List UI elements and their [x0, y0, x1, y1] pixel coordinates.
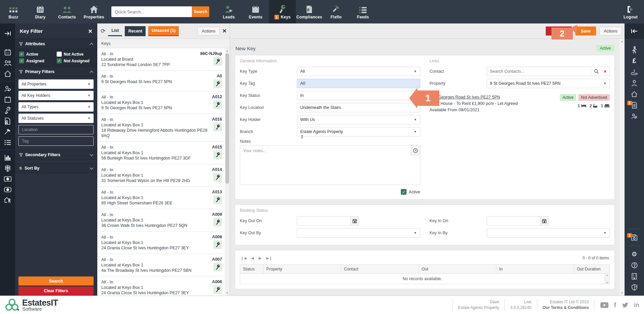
nav-buzz[interactable]: Buzz — [0, 0, 27, 23]
facebook-icon[interactable]: f — [614, 301, 616, 309]
timestamp-clock-icon[interactable] — [411, 145, 421, 155]
nav-properties[interactable]: Properties — [80, 0, 107, 23]
calendar-picker-icon[interactable] — [351, 216, 359, 226]
lead-person-tag-icon[interactable] — [625, 111, 644, 122]
save-record-icon[interactable]: 1 — [625, 232, 644, 243]
compliances-rail-icon[interactable] — [0, 116, 15, 126]
history-column-header[interactable]: Status — [240, 265, 264, 274]
quick-search-input[interactable] — [111, 6, 192, 17]
quick-search-button[interactable]: Search — [192, 6, 209, 17]
key-in-by-dropdown[interactable]: ▼ — [487, 228, 610, 238]
offer-hand-icon[interactable] — [625, 66, 644, 77]
nav-keys[interactable]: 1 Keys — [269, 0, 296, 23]
youtube-icon[interactable] — [600, 302, 608, 308]
key-holder-dropdown[interactable]: With Us▼ — [297, 115, 420, 124]
key-location-input[interactable] — [297, 103, 420, 112]
terms-link[interactable]: Our Terms & Conditions — [543, 305, 589, 311]
signpost-icon[interactable] — [0, 163, 15, 174]
checkbox-assigned[interactable]: ✓Assigned — [19, 58, 55, 63]
key-status-dropdown[interactable]: In▼ — [297, 91, 420, 100]
history-column-header[interactable]: Out — [419, 265, 496, 274]
keys-rail-icon[interactable] — [0, 105, 15, 116]
key-list-item[interactable]: All - In Located at Keys Box 1 56 Burlei… — [97, 142, 225, 164]
pagination-prev-icon[interactable]: ◀ — [251, 256, 254, 260]
checkbox-not-active[interactable]: ✓Not Active — [57, 52, 93, 57]
property-home-icon[interactable] — [625, 88, 644, 100]
list-close-icon[interactable]: × — [222, 27, 226, 35]
clear-contact-icon[interactable]: × — [601, 69, 609, 74]
key-list-item[interactable]: All - In Located at Keys Box 1 24 Granta… — [97, 232, 225, 254]
pagination-first-icon[interactable]: ❙◀ — [240, 256, 247, 260]
calendar-picker-icon[interactable] — [540, 216, 548, 226]
reports-chart-icon[interactable] — [0, 152, 15, 163]
checkbox-not-assigned[interactable]: ✓Not Assigned — [57, 58, 93, 63]
nav-diary[interactable]: Diary — [27, 0, 54, 23]
linkedin-icon[interactable]: in — [634, 302, 639, 309]
clear-filters-button[interactable]: Clear Filters — [18, 287, 94, 295]
refresh-icon[interactable]: ⟳ — [101, 27, 105, 35]
diary-rail-icon[interactable] — [0, 47, 15, 58]
tab-unsaved[interactable]: Unsaved (1) — [148, 26, 179, 36]
main-actions-button[interactable]: Actions — [599, 27, 622, 36]
feeds-rail-icon[interactable] — [0, 137, 15, 148]
history-column-header[interactable]: Contact — [341, 265, 419, 274]
table-scrollbar[interactable]: ▲▼ — [604, 274, 609, 284]
history-column-header[interactable]: Property — [264, 265, 341, 274]
scroll-up-icon[interactable]: ▲ — [226, 48, 229, 53]
attributes-section-header[interactable]: Attributes — [15, 39, 97, 49]
history-column-header[interactable]: Out Duration — [574, 265, 609, 274]
tab-list[interactable]: List — [108, 26, 122, 36]
expand-panel-icon[interactable] — [0, 28, 15, 39]
key-list-item[interactable]: All - In Located at Keys Box 1 36 Crown … — [97, 209, 225, 232]
key-list-item[interactable]: All - In Located at Keys Box 1 31 Somers… — [97, 164, 225, 187]
contacts-rail-icon[interactable] — [0, 58, 15, 68]
property-address-link[interactable]: 9 St Georges Road St Ives PE27 5PN — [430, 95, 500, 100]
collapse-panel-icon[interactable] — [625, 23, 644, 39]
nav-feeds[interactable]: Feeds — [350, 0, 376, 23]
leads-rail-icon[interactable] — [0, 83, 15, 94]
nav-compliances[interactable]: Compliances — [296, 0, 323, 23]
filter-location-input[interactable] — [18, 125, 94, 134]
settings-gear-icon[interactable]: ⚙ — [625, 249, 644, 260]
sort-by-section-header[interactable]: ⇅Sort By — [15, 163, 97, 173]
checkbox-active[interactable]: ✓Active — [19, 52, 55, 57]
key-list-item[interactable]: All - In Located at Keys Box 1 18 Rideaw… — [97, 114, 225, 142]
filter-close-icon[interactable]: × — [88, 28, 92, 35]
events-rail-icon[interactable] — [0, 94, 15, 105]
filter-keyholders-dropdown[interactable]: All Key Holders▼ — [18, 91, 94, 100]
primary-filters-section-header[interactable]: Primary Filters — [15, 67, 97, 77]
twitter-icon[interactable] — [622, 302, 629, 308]
key-list-item[interactable]: All - In Located at Keys Box 1 24 Granta… — [97, 276, 225, 296]
key-list-item[interactable]: All - In Located at Keys Box 1 85 High S… — [97, 187, 225, 209]
key-type-dropdown[interactable]: All▼ — [297, 67, 420, 76]
contact-person-icon[interactable] — [625, 77, 644, 88]
sales-money-icon[interactable] — [0, 174, 15, 184]
list-actions-button[interactable]: Actions — [197, 27, 220, 36]
key-out-by-dropdown[interactable]: ▼ — [297, 228, 420, 238]
secondary-filters-section-header[interactable]: Secondary Filters — [15, 150, 97, 160]
filter-statuses-dropdown[interactable]: All Statuses▼ — [18, 114, 94, 123]
key-out-on-input[interactable] — [297, 216, 351, 226]
properties-rail-icon[interactable] — [0, 68, 15, 79]
filter-types-dropdown[interactable]: All Types▼ — [18, 102, 94, 112]
compliance-doc-icon[interactable]: 2 — [625, 100, 644, 111]
scroll-up-icon[interactable]: ▲ — [621, 39, 624, 44]
help-icon[interactable] — [625, 260, 644, 271]
filter-search-button[interactable]: Search — [18, 276, 94, 286]
contact-search-input[interactable] — [487, 69, 592, 74]
key-tag-input[interactable] — [297, 79, 420, 88]
search-icon[interactable] — [591, 67, 601, 76]
pound-sign-icon[interactable]: £ — [625, 55, 644, 66]
property-dropdown[interactable]: 9 St Georges Road St Ives PE27 5PN▼ — [487, 79, 610, 88]
fixflo-rail-icon[interactable] — [0, 126, 15, 137]
filter-properties-dropdown[interactable]: All Properties▼ — [18, 79, 94, 89]
scrollbar-thumb[interactable] — [225, 53, 229, 184]
active-checkbox[interactable]: ✓ — [401, 189, 407, 195]
key-list-item[interactable]: All - In Located at Keys Box 1 4a The Br… — [97, 254, 225, 276]
tab-recent[interactable]: Recent — [125, 26, 146, 36]
scroll-down-icon[interactable]: ▼ — [226, 291, 229, 296]
history-column-header[interactable]: In — [496, 265, 574, 274]
pagination-next-icon[interactable]: ▶ — [259, 256, 261, 260]
nav-logout[interactable]: Logout — [617, 0, 644, 23]
branch-dropdown[interactable]: Estate Agents Property▼ — [297, 127, 420, 136]
